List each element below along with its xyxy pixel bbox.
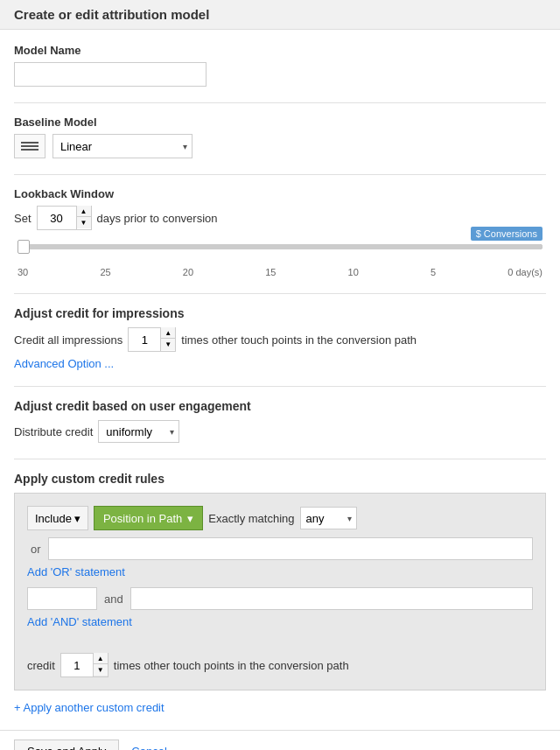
- and-input-left[interactable]: [27, 587, 97, 610]
- tick-20: 20: [183, 267, 193, 277]
- lookback-label: Lookback Window: [14, 187, 546, 200]
- include-button[interactable]: Include ▾: [27, 506, 88, 530]
- slider-thumb[interactable]: [18, 240, 30, 254]
- distribute-row: Distribute credit uniformly by position …: [14, 420, 546, 443]
- tick-10: 10: [348, 267, 359, 277]
- any-select[interactable]: any first last middle: [300, 507, 357, 529]
- add-or-link[interactable]: Add 'OR' statement: [27, 565, 125, 578]
- page-title: Create or edit attribution model: [0, 0, 560, 30]
- or-text: or: [31, 543, 41, 556]
- credit-spin-down[interactable]: ▼: [94, 664, 108, 676]
- divider-5: [14, 459, 546, 459]
- impressions-title: Adjust credit for impressions: [14, 306, 546, 320]
- lookback-days-text: days prior to conversion: [97, 212, 218, 225]
- add-and-link[interactable]: Add 'AND' statement: [27, 615, 132, 628]
- model-icon: [14, 134, 46, 158]
- impressions-times-text: times other touch points in the conversi…: [181, 333, 416, 347]
- lookback-days-input[interactable]: [38, 207, 76, 229]
- distribute-select-wrapper: uniformly by position by time ▾: [98, 420, 179, 443]
- model-name-label: Model Name: [14, 44, 546, 57]
- divider-2: [14, 174, 546, 175]
- any-select-wrapper: any first last middle ▾: [300, 507, 357, 529]
- custom-credit-title: Apply custom credit rules: [14, 472, 546, 486]
- lookback-row: Set ▲ ▼ days prior to conversion: [14, 206, 546, 230]
- rule-row-1: Include ▾ Position in Path ▾ Exactly mat…: [27, 506, 533, 530]
- credit-spin-col: ▲ ▼: [93, 653, 108, 677]
- footer-bar: Save and Apply Cancel: [0, 730, 560, 750]
- baseline-select-wrapper: Linear First Touch Last Touch Time Decay…: [52, 134, 192, 158]
- baseline-model-select[interactable]: Linear First Touch Last Touch Time Decay…: [52, 134, 192, 158]
- tick-25: 25: [100, 267, 110, 277]
- impressions-spin-col: ▲ ▼: [160, 327, 175, 352]
- baseline-model-label: Baseline Model: [14, 116, 546, 129]
- engagement-title: Adjust credit based on user engagement: [14, 399, 546, 413]
- lookback-spinner: ▲ ▼: [37, 206, 92, 230]
- and-row: and: [27, 587, 533, 610]
- position-chevron-icon: ▾: [187, 512, 193, 525]
- impressions-value-input[interactable]: [129, 328, 160, 351]
- save-apply-button[interactable]: Save and Apply: [14, 739, 119, 750]
- or-row: or: [31, 537, 533, 560]
- credit-value-input[interactable]: [61, 654, 93, 676]
- credit-spin-up[interactable]: ▲: [94, 653, 108, 664]
- credit-spinner: ▲ ▼: [60, 653, 108, 677]
- credit-label: credit: [27, 659, 55, 672]
- slider-ticks: 30 25 20 15 10 5 0 day(s): [18, 267, 542, 277]
- credit-all-label: Credit all impressions: [14, 333, 122, 347]
- distribute-label: Distribute credit: [14, 425, 93, 438]
- include-chevron-icon: ▾: [74, 512, 80, 525]
- slider-fill: [18, 244, 542, 249]
- impressions-row: Credit all impressions ▲ ▼ times other t…: [14, 327, 546, 352]
- lookback-set-text: Set: [14, 212, 32, 225]
- divider-4: [14, 386, 546, 387]
- custom-credit-box: Include ▾ Position in Path ▾ Exactly mat…: [14, 493, 546, 690]
- lookback-spin-col: ▲ ▼: [76, 206, 91, 230]
- distribute-select[interactable]: uniformly by position by time: [98, 420, 179, 443]
- exactly-matching-text: Exactly matching: [208, 512, 294, 525]
- lookback-slider-container: $ Conversions 30 25 20 15 10 5 0 day(s): [18, 244, 542, 277]
- impressions-spinner: ▲ ▼: [128, 327, 176, 352]
- include-label: Include: [35, 512, 72, 525]
- tick-30: 30: [18, 267, 28, 277]
- and-input-right[interactable]: [130, 587, 533, 610]
- model-dots-icon: [21, 142, 38, 151]
- lookback-spin-down[interactable]: ▼: [77, 217, 91, 228]
- tick-15: 15: [265, 267, 276, 277]
- cancel-button[interactable]: Cancel: [128, 740, 170, 750]
- slider-track: [18, 244, 542, 249]
- and-text: and: [104, 592, 123, 606]
- credit-row: credit ▲ ▼ times other touch points in t…: [27, 644, 533, 677]
- slider-conversion-label: $ Conversions: [471, 227, 542, 241]
- lookback-spin-up[interactable]: ▲: [77, 206, 91, 217]
- or-input[interactable]: [48, 537, 533, 560]
- divider-3: [14, 293, 546, 294]
- position-path-button[interactable]: Position in Path ▾: [94, 506, 203, 530]
- apply-another-link[interactable]: + Apply another custom credit: [14, 701, 546, 714]
- model-name-input[interactable]: [14, 62, 206, 87]
- advanced-option-link[interactable]: Advanced Option ...: [14, 357, 114, 370]
- position-path-label: Position in Path: [103, 512, 182, 525]
- baseline-model-row: Linear First Touch Last Touch Time Decay…: [14, 134, 546, 158]
- credit-times-text: times other touch points in the conversi…: [114, 659, 349, 672]
- divider-1: [14, 102, 546, 103]
- impressions-spin-up[interactable]: ▲: [161, 327, 175, 339]
- tick-0: 0 day(s): [508, 267, 542, 277]
- impressions-spin-down[interactable]: ▼: [161, 339, 175, 350]
- tick-5: 5: [430, 267, 436, 277]
